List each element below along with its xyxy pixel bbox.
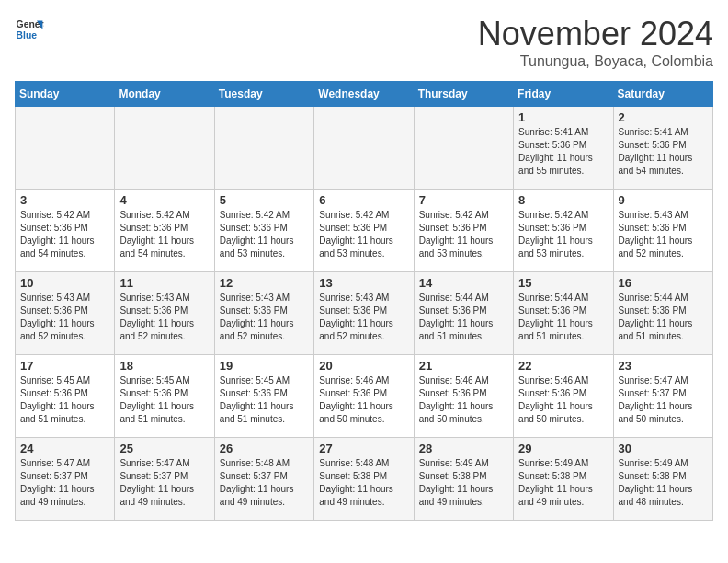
day-info: Sunrise: 5:43 AM Sunset: 5:36 PM Dayligh… (20, 292, 109, 343)
day-header-tuesday: Tuesday (214, 82, 313, 107)
location-subtitle: Tunungua, Boyaca, Colombia (478, 53, 713, 70)
calendar-cell: 23Sunrise: 5:47 AM Sunset: 5:37 PM Dayli… (613, 355, 712, 438)
day-info: Sunrise: 5:43 AM Sunset: 5:36 PM Dayligh… (619, 209, 708, 260)
calendar-cell: 12Sunrise: 5:43 AM Sunset: 5:36 PM Dayli… (214, 272, 313, 355)
calendar-cell: 2Sunrise: 5:41 AM Sunset: 5:36 PM Daylig… (613, 107, 712, 190)
calendar-cell: 29Sunrise: 5:49 AM Sunset: 5:38 PM Dayli… (514, 438, 613, 521)
day-number: 19 (220, 359, 309, 373)
day-number: 16 (619, 276, 708, 290)
day-info: Sunrise: 5:45 AM Sunset: 5:36 PM Dayligh… (20, 374, 109, 426)
week-row-1: 1Sunrise: 5:41 AM Sunset: 5:36 PM Daylig… (16, 107, 713, 190)
day-header-sunday: Sunday (16, 82, 115, 107)
day-header-thursday: Thursday (414, 82, 513, 107)
day-number: 26 (220, 442, 309, 455)
day-header-monday: Monday (115, 82, 214, 107)
day-info: Sunrise: 5:47 AM Sunset: 5:37 PM Dayligh… (619, 374, 708, 426)
day-number: 20 (319, 359, 408, 373)
day-info: Sunrise: 5:49 AM Sunset: 5:38 PM Dayligh… (518, 457, 608, 509)
calendar-cell (16, 107, 115, 190)
calendar-cell: 8Sunrise: 5:42 AM Sunset: 5:36 PM Daylig… (514, 190, 613, 272)
day-number: 24 (20, 442, 109, 455)
calendar-cell: 25Sunrise: 5:47 AM Sunset: 5:37 PM Dayli… (115, 438, 214, 521)
day-number: 3 (20, 193, 109, 207)
calendar-cell: 26Sunrise: 5:48 AM Sunset: 5:37 PM Dayli… (214, 438, 313, 521)
day-number: 12 (220, 276, 309, 290)
day-number: 23 (619, 359, 708, 373)
day-info: Sunrise: 5:43 AM Sunset: 5:36 PM Dayligh… (220, 292, 309, 343)
day-info: Sunrise: 5:41 AM Sunset: 5:36 PM Dayligh… (619, 126, 708, 178)
day-number: 7 (419, 193, 508, 207)
calendar-body: 1Sunrise: 5:41 AM Sunset: 5:36 PM Daylig… (16, 107, 713, 521)
calendar-cell: 5Sunrise: 5:42 AM Sunset: 5:36 PM Daylig… (214, 190, 313, 272)
title-block: November 2024 Tunungua, Boyaca, Colombia (478, 15, 713, 70)
day-number: 15 (518, 276, 608, 290)
day-info: Sunrise: 5:44 AM Sunset: 5:36 PM Dayligh… (419, 292, 508, 343)
day-info: Sunrise: 5:45 AM Sunset: 5:36 PM Dayligh… (119, 374, 209, 426)
day-number: 25 (119, 442, 209, 455)
day-info: Sunrise: 5:44 AM Sunset: 5:36 PM Dayligh… (518, 292, 608, 343)
day-number: 8 (518, 193, 608, 207)
calendar-cell: 19Sunrise: 5:45 AM Sunset: 5:36 PM Dayli… (214, 355, 313, 438)
day-info: Sunrise: 5:47 AM Sunset: 5:37 PM Dayligh… (119, 457, 209, 509)
header-row: SundayMondayTuesdayWednesdayThursdayFrid… (16, 82, 713, 107)
logo-icon: General Blue (15, 15, 44, 44)
day-number: 14 (419, 276, 508, 290)
day-info: Sunrise: 5:46 AM Sunset: 5:36 PM Dayligh… (319, 374, 408, 426)
day-info: Sunrise: 5:43 AM Sunset: 5:36 PM Dayligh… (119, 292, 209, 343)
day-info: Sunrise: 5:49 AM Sunset: 5:38 PM Dayligh… (619, 457, 708, 509)
calendar-cell: 28Sunrise: 5:49 AM Sunset: 5:38 PM Dayli… (414, 438, 513, 521)
day-info: Sunrise: 5:49 AM Sunset: 5:38 PM Dayligh… (419, 457, 508, 509)
calendar-cell: 10Sunrise: 5:43 AM Sunset: 5:36 PM Dayli… (16, 272, 115, 355)
day-info: Sunrise: 5:48 AM Sunset: 5:37 PM Dayligh… (220, 457, 309, 509)
calendar-cell: 17Sunrise: 5:45 AM Sunset: 5:36 PM Dayli… (16, 355, 115, 438)
day-number: 5 (220, 193, 309, 207)
calendar-cell: 16Sunrise: 5:44 AM Sunset: 5:36 PM Dayli… (613, 272, 712, 355)
calendar-cell (214, 107, 313, 190)
day-info: Sunrise: 5:43 AM Sunset: 5:36 PM Dayligh… (319, 292, 408, 343)
calendar-cell: 1Sunrise: 5:41 AM Sunset: 5:36 PM Daylig… (514, 107, 613, 190)
day-number: 13 (319, 276, 408, 290)
calendar-cell (115, 107, 214, 190)
calendar-cell: 21Sunrise: 5:46 AM Sunset: 5:36 PM Dayli… (414, 355, 513, 438)
calendar-cell: 7Sunrise: 5:42 AM Sunset: 5:36 PM Daylig… (414, 190, 513, 272)
day-header-wednesday: Wednesday (314, 82, 414, 107)
week-row-5: 24Sunrise: 5:47 AM Sunset: 5:37 PM Dayli… (16, 438, 713, 521)
calendar-cell (414, 107, 513, 190)
day-number: 11 (119, 276, 209, 290)
calendar-cell: 27Sunrise: 5:48 AM Sunset: 5:38 PM Dayli… (314, 438, 414, 521)
calendar-cell: 20Sunrise: 5:46 AM Sunset: 5:36 PM Dayli… (314, 355, 414, 438)
svg-text:Blue: Blue (17, 30, 38, 40)
day-number: 4 (119, 193, 209, 207)
calendar-cell: 6Sunrise: 5:42 AM Sunset: 5:36 PM Daylig… (314, 190, 414, 272)
day-number: 10 (20, 276, 109, 290)
day-header-friday: Friday (514, 82, 613, 107)
week-row-4: 17Sunrise: 5:45 AM Sunset: 5:36 PM Dayli… (16, 355, 713, 438)
day-info: Sunrise: 5:46 AM Sunset: 5:36 PM Dayligh… (518, 374, 608, 426)
day-number: 21 (419, 359, 508, 373)
day-number: 6 (319, 193, 408, 207)
calendar-table: SundayMondayTuesdayWednesdayThursdayFrid… (15, 81, 713, 521)
month-title: November 2024 (478, 15, 713, 53)
day-info: Sunrise: 5:42 AM Sunset: 5:36 PM Dayligh… (518, 209, 608, 260)
day-number: 18 (119, 359, 209, 373)
day-number: 27 (319, 442, 408, 455)
page-header: General Blue November 2024 Tunungua, Boy… (15, 15, 713, 70)
day-info: Sunrise: 5:42 AM Sunset: 5:36 PM Dayligh… (119, 209, 209, 260)
day-header-saturday: Saturday (613, 82, 712, 107)
calendar-cell: 9Sunrise: 5:43 AM Sunset: 5:36 PM Daylig… (613, 190, 712, 272)
day-info: Sunrise: 5:42 AM Sunset: 5:36 PM Dayligh… (220, 209, 309, 260)
calendar-cell: 13Sunrise: 5:43 AM Sunset: 5:36 PM Dayli… (314, 272, 414, 355)
calendar-cell: 4Sunrise: 5:42 AM Sunset: 5:36 PM Daylig… (115, 190, 214, 272)
calendar-header: SundayMondayTuesdayWednesdayThursdayFrid… (16, 82, 713, 107)
day-number: 30 (619, 442, 708, 455)
day-info: Sunrise: 5:48 AM Sunset: 5:38 PM Dayligh… (319, 457, 408, 509)
day-info: Sunrise: 5:46 AM Sunset: 5:36 PM Dayligh… (419, 374, 508, 426)
day-info: Sunrise: 5:42 AM Sunset: 5:36 PM Dayligh… (419, 209, 508, 260)
day-number: 2 (619, 110, 708, 124)
calendar-cell: 24Sunrise: 5:47 AM Sunset: 5:37 PM Dayli… (16, 438, 115, 521)
day-info: Sunrise: 5:41 AM Sunset: 5:36 PM Dayligh… (518, 126, 608, 178)
day-info: Sunrise: 5:47 AM Sunset: 5:37 PM Dayligh… (20, 457, 109, 509)
calendar-cell: 11Sunrise: 5:43 AM Sunset: 5:36 PM Dayli… (115, 272, 214, 355)
day-info: Sunrise: 5:44 AM Sunset: 5:36 PM Dayligh… (619, 292, 708, 343)
calendar-cell (314, 107, 414, 190)
